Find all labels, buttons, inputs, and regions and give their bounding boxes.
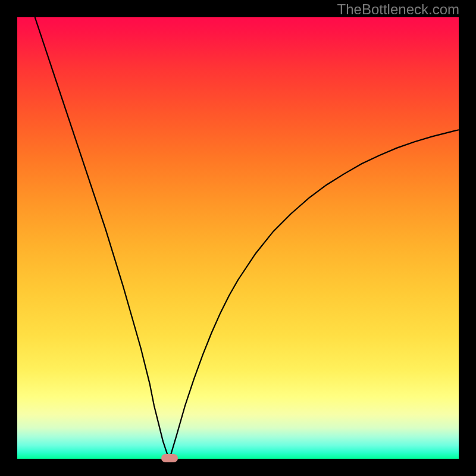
curve-svg [17, 17, 459, 459]
attribution-text: TheBottleneck.com [337, 1, 459, 18]
chart-plot-area [17, 17, 459, 459]
optimum-marker [161, 454, 178, 462]
bottleneck-curve [35, 17, 459, 459]
